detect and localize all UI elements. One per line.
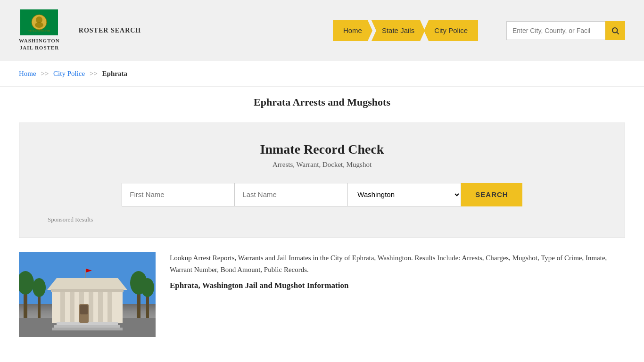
breadcrumb-city-police-link[interactable]: City Police: [53, 70, 85, 77]
svg-rect-32: [80, 305, 88, 314]
svg-rect-22: [98, 292, 103, 323]
svg-point-2: [36, 16, 42, 23]
bottom-section: Lookup Arrest Reports, Warrants and Jail…: [19, 252, 625, 337]
search-icon: [611, 26, 619, 35]
roster-search-label: ROSTER SEARCH: [79, 27, 141, 34]
header-search-input[interactable]: [506, 21, 605, 40]
record-check-subtitle: Arrests, Warrant, Docket, Mugshot: [38, 161, 606, 169]
svg-line-6: [617, 32, 619, 34]
main-nav: Home State Jails City Police: [333, 20, 478, 41]
description-heading: Ephrata, Washington Jail and Mugshot Inf…: [170, 281, 625, 290]
description-area: Lookup Arrest Reports, Warrants and Jail…: [170, 252, 625, 290]
nav-city-police-button[interactable]: City Police: [424, 20, 478, 41]
main-content: Ephrata Arrests and Mugshots Inmate Reco…: [0, 87, 644, 346]
record-check-box: Inmate Record Check Arrests, Warrant, Do…: [19, 123, 625, 238]
last-name-input[interactable]: [235, 183, 348, 206]
svg-point-5: [612, 28, 618, 33]
svg-rect-25: [51, 289, 124, 292]
svg-point-3: [35, 22, 43, 28]
flag-icon: THE SEAL OF THE STATE: [20, 9, 58, 35]
svg-rect-18: [60, 292, 65, 323]
building-image: [19, 252, 156, 337]
svg-text:THE SEAL OF THE STATE: THE SEAL OF THE STATE: [28, 30, 50, 32]
nav-home-button[interactable]: Home: [333, 20, 372, 41]
breadcrumb-sep-1: >>: [41, 70, 49, 77]
svg-rect-21: [89, 292, 93, 323]
inmate-search-form: AlabamaAlaskaArizonaArkansasCaliforniaCo…: [38, 183, 606, 206]
breadcrumb-home-link[interactable]: Home: [19, 70, 36, 77]
breadcrumb-sep-2: >>: [90, 70, 98, 77]
svg-point-16: [141, 278, 154, 297]
header-search-button[interactable]: [605, 21, 625, 40]
svg-rect-28: [52, 328, 123, 330]
logo-text: WASHINGTON JAIL ROSTER: [19, 37, 60, 52]
svg-rect-19: [70, 292, 74, 323]
record-check-title: Inmate Record Check: [38, 142, 606, 157]
page-title: Ephrata Arrests and Mugshots: [19, 96, 625, 108]
state-select[interactable]: AlabamaAlaskaArizonaArkansasCaliforniaCo…: [348, 183, 461, 206]
svg-marker-24: [47, 278, 127, 290]
site-header: THE SEAL OF THE STATE WASHINGTON JAIL RO…: [0, 0, 644, 61]
svg-point-12: [33, 278, 46, 297]
description-text: Lookup Arrest Reports, Warrants and Jail…: [170, 252, 625, 276]
site-logo[interactable]: THE SEAL OF THE STATE WASHINGTON JAIL RO…: [19, 9, 60, 52]
svg-rect-27: [54, 325, 120, 328]
search-submit-button[interactable]: SEARCH: [461, 183, 522, 206]
svg-rect-29: [85, 269, 86, 278]
sponsored-label: Sponsored Results: [38, 216, 606, 223]
svg-rect-23: [107, 292, 112, 323]
breadcrumb: Home >> City Police >> Ephrata: [0, 61, 644, 87]
header-search-bar: [506, 21, 625, 40]
nav-state-jails-button[interactable]: State Jails: [372, 20, 425, 41]
first-name-input[interactable]: [122, 183, 235, 206]
breadcrumb-current: Ephrata: [102, 70, 127, 77]
